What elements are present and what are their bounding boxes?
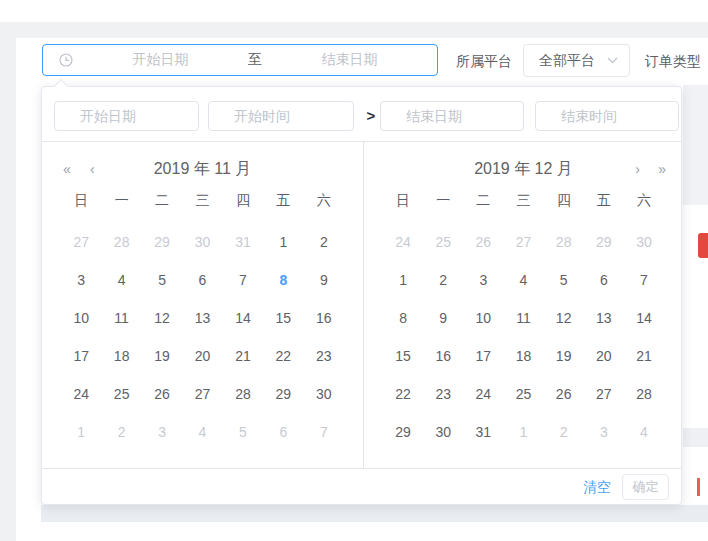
date-cell[interactable]: 4: [624, 413, 664, 451]
date-cell[interactable]: 28: [223, 375, 263, 413]
panel-end-time-input[interactable]: [535, 101, 679, 131]
date-cell[interactable]: 25: [101, 375, 141, 413]
date-cell[interactable]: 29: [584, 223, 624, 261]
date-cell[interactable]: 16: [423, 337, 463, 375]
date-cell[interactable]: 22: [383, 375, 423, 413]
date-cell[interactable]: 27: [182, 375, 222, 413]
date-cell[interactable]: 7: [624, 261, 664, 299]
date-cell[interactable]: 22: [263, 337, 303, 375]
weekday-label: 三: [182, 189, 222, 213]
date-cell[interactable]: 20: [182, 337, 222, 375]
date-cell[interactable]: 30: [624, 223, 664, 261]
date-cell[interactable]: 4: [503, 261, 543, 299]
date-cell[interactable]: 30: [182, 223, 222, 261]
date-cell[interactable]: 17: [61, 337, 101, 375]
date-cell[interactable]: 11: [101, 299, 141, 337]
page-left-gutter: [0, 22, 16, 541]
date-cell[interactable]: 5: [544, 261, 584, 299]
date-cell[interactable]: 7: [223, 261, 263, 299]
date-cell[interactable]: 10: [463, 299, 503, 337]
date-cell[interactable]: 12: [544, 299, 584, 337]
date-cell[interactable]: 31: [463, 413, 503, 451]
date-cell[interactable]: 28: [624, 375, 664, 413]
date-cell[interactable]: 28: [544, 223, 584, 261]
date-cell[interactable]: 14: [223, 299, 263, 337]
date-cell[interactable]: 12: [142, 299, 182, 337]
date-cell[interactable]: 17: [463, 337, 503, 375]
date-cell[interactable]: 19: [544, 337, 584, 375]
date-cell[interactable]: 1: [383, 261, 423, 299]
date-cell[interactable]: 23: [304, 337, 344, 375]
date-cell[interactable]: 5: [142, 261, 182, 299]
date-cell[interactable]: 1: [263, 223, 303, 261]
next-month-button[interactable]: ›: [632, 153, 643, 185]
date-cell[interactable]: 1: [503, 413, 543, 451]
date-cell[interactable]: 4: [101, 261, 141, 299]
panel-start-time-input[interactable]: [208, 101, 354, 131]
date-cell[interactable]: 2: [423, 261, 463, 299]
date-cell[interactable]: 25: [423, 223, 463, 261]
date-cell[interactable]: 2: [101, 413, 141, 451]
date-cell[interactable]: 24: [463, 375, 503, 413]
date-cell[interactable]: 9: [423, 299, 463, 337]
date-cell[interactable]: 23: [423, 375, 463, 413]
date-cell[interactable]: 30: [304, 375, 344, 413]
date-cell[interactable]: 5: [223, 413, 263, 451]
date-cell[interactable]: 24: [383, 223, 423, 261]
date-cell[interactable]: 15: [383, 337, 423, 375]
date-cell[interactable]: 14: [624, 299, 664, 337]
date-cell[interactable]: 1: [61, 413, 101, 451]
date-cell[interactable]: 24: [61, 375, 101, 413]
date-cell[interactable]: 9: [304, 261, 344, 299]
date-cell[interactable]: 3: [463, 261, 503, 299]
date-cell[interactable]: 29: [142, 223, 182, 261]
date-cell[interactable]: 20: [584, 337, 624, 375]
date-cell[interactable]: 2: [544, 413, 584, 451]
date-range-input[interactable]: 开始日期 至 结束日期: [42, 44, 438, 76]
date-cell[interactable]: 7: [304, 413, 344, 451]
date-cell[interactable]: 19: [142, 337, 182, 375]
weekday-label: 一: [423, 189, 463, 213]
platform-select[interactable]: 全部平台: [523, 44, 630, 77]
date-cell[interactable]: 29: [383, 413, 423, 451]
date-cell[interactable]: 27: [503, 223, 543, 261]
panel-start-date-input[interactable]: [54, 101, 199, 131]
date-cell[interactable]: 18: [101, 337, 141, 375]
date-cell[interactable]: 27: [61, 223, 101, 261]
date-cell[interactable]: 30: [423, 413, 463, 451]
date-cell[interactable]: 21: [624, 337, 664, 375]
date-cell[interactable]: 28: [101, 223, 141, 261]
date-cell[interactable]: 31: [223, 223, 263, 261]
date-cell[interactable]: 6: [182, 261, 222, 299]
end-date-placeholder[interactable]: 结束日期: [262, 51, 437, 69]
panel-end-date-input[interactable]: [380, 101, 524, 131]
date-cell[interactable]: 26: [544, 375, 584, 413]
date-cell[interactable]: 26: [463, 223, 503, 261]
platform-select-value: 全部平台: [524, 52, 607, 70]
date-cell[interactable]: 6: [584, 261, 624, 299]
date-cell[interactable]: 4: [182, 413, 222, 451]
date-cell[interactable]: 13: [182, 299, 222, 337]
next-year-button[interactable]: »: [655, 153, 669, 185]
date-cell[interactable]: 3: [142, 413, 182, 451]
date-cell[interactable]: 3: [61, 261, 101, 299]
date-cell[interactable]: 11: [503, 299, 543, 337]
date-cell[interactable]: 10: [61, 299, 101, 337]
date-cell[interactable]: 8: [383, 299, 423, 337]
date-cell[interactable]: 13: [584, 299, 624, 337]
date-cell[interactable]: 18: [503, 337, 543, 375]
date-cell[interactable]: 3: [584, 413, 624, 451]
date-cell[interactable]: 26: [142, 375, 182, 413]
date-cell[interactable]: 2: [304, 223, 344, 261]
confirm-button[interactable]: 确定: [622, 474, 669, 500]
date-cell[interactable]: 15: [263, 299, 303, 337]
date-cell[interactable]: 16: [304, 299, 344, 337]
start-date-placeholder[interactable]: 开始日期: [73, 51, 248, 69]
date-cell[interactable]: 21: [223, 337, 263, 375]
date-cell[interactable]: 27: [584, 375, 624, 413]
date-cell[interactable]: 29: [263, 375, 303, 413]
date-cell-today[interactable]: 8: [263, 261, 303, 299]
clear-button[interactable]: 清空: [583, 469, 611, 506]
date-cell[interactable]: 6: [263, 413, 303, 451]
date-cell[interactable]: 25: [503, 375, 543, 413]
